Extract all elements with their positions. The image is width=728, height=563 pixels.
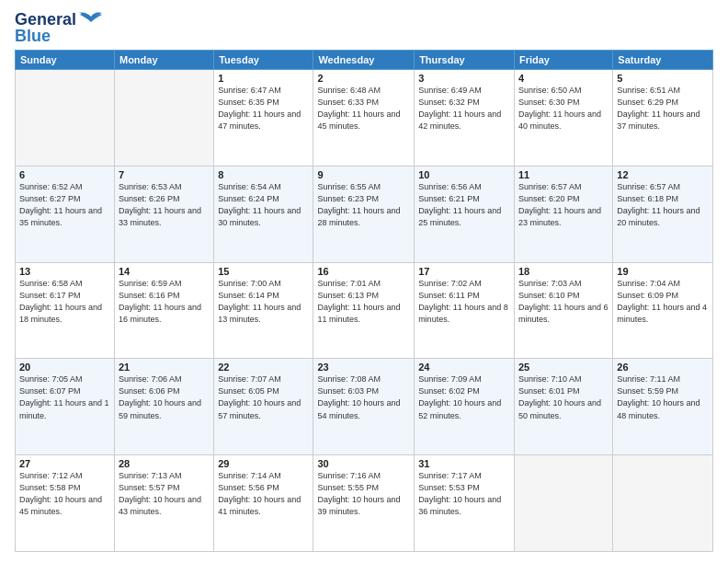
logo-general: General [15,10,76,29]
calendar-cell: 25Sunrise: 7:10 AM Sunset: 6:01 PM Dayli… [514,359,612,455]
calendar-cell: 28Sunrise: 7:13 AM Sunset: 5:57 PM Dayli… [114,455,213,552]
day-info: Sunrise: 7:05 AM Sunset: 6:07 PM Dayligh… [19,373,110,421]
calendar-cell: 26Sunrise: 7:11 AM Sunset: 5:59 PM Dayli… [613,359,713,455]
logo-blue: Blue [15,27,51,45]
day-number: 13 [19,266,110,277]
col-header-thursday: Thursday [415,51,515,70]
day-number: 24 [418,362,510,373]
day-info: Sunrise: 6:51 AM Sunset: 6:29 PM Dayligh… [617,85,709,132]
day-number: 30 [317,458,410,469]
calendar-table: SundayMondayTuesdayWednesdayThursdayFrid… [15,50,713,552]
calendar-cell: 31Sunrise: 7:17 AM Sunset: 5:53 PM Dayli… [415,455,515,552]
day-number: 8 [218,169,309,180]
day-info: Sunrise: 6:57 AM Sunset: 6:20 PM Dayligh… [518,181,609,229]
day-info: Sunrise: 7:01 AM Sunset: 6:13 PM Dayligh… [317,278,410,326]
logo-bird-icon [78,9,104,29]
day-number: 6 [19,169,110,180]
calendar-cell: 16Sunrise: 7:01 AM Sunset: 6:13 PM Dayli… [313,262,415,359]
col-header-sunday: Sunday [16,51,115,70]
day-info: Sunrise: 6:55 AM Sunset: 6:23 PM Dayligh… [317,181,410,229]
calendar-cell: 5Sunrise: 6:51 AM Sunset: 6:29 PM Daylig… [613,70,713,167]
calendar-week-row: 6Sunrise: 6:52 AM Sunset: 6:27 PM Daylig… [16,166,713,262]
day-info: Sunrise: 6:58 AM Sunset: 6:17 PM Dayligh… [19,278,110,326]
day-info: Sunrise: 6:54 AM Sunset: 6:24 PM Dayligh… [218,181,309,229]
calendar-cell: 18Sunrise: 7:03 AM Sunset: 6:10 PM Dayli… [514,262,612,359]
col-header-tuesday: Tuesday [214,51,313,70]
calendar-cell: 27Sunrise: 7:12 AM Sunset: 5:58 PM Dayli… [16,455,115,552]
day-number: 16 [317,266,410,277]
calendar-cell: 8Sunrise: 6:54 AM Sunset: 6:24 PM Daylig… [214,166,313,262]
day-info: Sunrise: 7:16 AM Sunset: 5:55 PM Dayligh… [317,470,410,518]
calendar-cell [16,70,115,167]
calendar-cell: 9Sunrise: 6:55 AM Sunset: 6:23 PM Daylig… [313,166,415,262]
calendar-cell: 30Sunrise: 7:16 AM Sunset: 5:55 PM Dayli… [313,455,415,552]
day-number: 22 [218,362,309,373]
day-info: Sunrise: 7:11 AM Sunset: 5:59 PM Dayligh… [617,373,709,421]
day-info: Sunrise: 7:10 AM Sunset: 6:01 PM Dayligh… [518,373,609,421]
day-info: Sunrise: 6:47 AM Sunset: 6:35 PM Dayligh… [218,85,309,132]
calendar-cell [514,455,612,552]
day-info: Sunrise: 7:14 AM Sunset: 5:56 PM Dayligh… [218,470,309,518]
calendar-cell: 22Sunrise: 7:07 AM Sunset: 6:05 PM Dayli… [214,359,313,455]
day-info: Sunrise: 6:59 AM Sunset: 6:16 PM Dayligh… [119,278,210,326]
calendar-cell: 29Sunrise: 7:14 AM Sunset: 5:56 PM Dayli… [214,455,313,552]
logo: General Blue [15,11,104,44]
day-number: 1 [218,73,309,84]
col-header-monday: Monday [114,51,213,70]
logo-text: General Blue [15,11,76,44]
day-number: 11 [518,169,609,180]
day-info: Sunrise: 7:06 AM Sunset: 6:06 PM Dayligh… [119,373,210,421]
day-number: 17 [418,266,510,277]
day-number: 26 [617,362,709,373]
calendar-cell: 11Sunrise: 6:57 AM Sunset: 6:20 PM Dayli… [514,166,612,262]
day-number: 20 [19,362,110,373]
day-info: Sunrise: 7:00 AM Sunset: 6:14 PM Dayligh… [218,278,309,326]
header: General Blue [15,11,713,44]
day-number: 7 [119,169,210,180]
day-info: Sunrise: 7:03 AM Sunset: 6:10 PM Dayligh… [518,278,609,326]
day-number: 19 [617,266,709,277]
day-number: 2 [317,73,410,84]
day-number: 9 [317,169,410,180]
col-header-friday: Friday [514,51,612,70]
calendar-cell: 10Sunrise: 6:56 AM Sunset: 6:21 PM Dayli… [415,166,515,262]
calendar-cell: 1Sunrise: 6:47 AM Sunset: 6:35 PM Daylig… [214,70,313,167]
calendar-cell: 4Sunrise: 6:50 AM Sunset: 6:30 PM Daylig… [514,70,612,167]
day-number: 29 [218,458,309,469]
day-info: Sunrise: 7:04 AM Sunset: 6:09 PM Dayligh… [617,278,709,326]
day-info: Sunrise: 6:57 AM Sunset: 6:18 PM Dayligh… [617,181,709,229]
day-number: 12 [617,169,709,180]
col-header-wednesday: Wednesday [313,51,415,70]
day-number: 4 [518,73,609,84]
calendar-cell: 12Sunrise: 6:57 AM Sunset: 6:18 PM Dayli… [613,166,713,262]
day-info: Sunrise: 6:52 AM Sunset: 6:27 PM Dayligh… [19,181,110,229]
calendar-week-row: 13Sunrise: 6:58 AM Sunset: 6:17 PM Dayli… [16,262,713,359]
calendar-cell: 21Sunrise: 7:06 AM Sunset: 6:06 PM Dayli… [114,359,213,455]
day-number: 27 [19,458,110,469]
calendar-cell: 17Sunrise: 7:02 AM Sunset: 6:11 PM Dayli… [415,262,515,359]
day-number: 10 [418,169,510,180]
calendar-cell: 20Sunrise: 7:05 AM Sunset: 6:07 PM Dayli… [16,359,115,455]
calendar-cell: 23Sunrise: 7:08 AM Sunset: 6:03 PM Dayli… [313,359,415,455]
calendar-week-row: 27Sunrise: 7:12 AM Sunset: 5:58 PM Dayli… [16,455,713,552]
day-number: 15 [218,266,309,277]
day-number: 18 [518,266,609,277]
day-number: 28 [119,458,210,469]
day-number: 21 [119,362,210,373]
day-info: Sunrise: 7:13 AM Sunset: 5:57 PM Dayligh… [119,470,210,518]
calendar-cell: 6Sunrise: 6:52 AM Sunset: 6:27 PM Daylig… [16,166,115,262]
day-number: 5 [617,73,709,84]
calendar-cell: 14Sunrise: 6:59 AM Sunset: 6:16 PM Dayli… [114,262,213,359]
day-info: Sunrise: 7:09 AM Sunset: 6:02 PM Dayligh… [418,373,510,421]
day-info: Sunrise: 7:08 AM Sunset: 6:03 PM Dayligh… [317,373,410,421]
calendar-week-row: 20Sunrise: 7:05 AM Sunset: 6:07 PM Dayli… [16,359,713,455]
calendar-cell: 24Sunrise: 7:09 AM Sunset: 6:02 PM Dayli… [415,359,515,455]
calendar-cell [613,455,713,552]
day-info: Sunrise: 6:53 AM Sunset: 6:26 PM Dayligh… [119,181,210,229]
day-info: Sunrise: 7:02 AM Sunset: 6:11 PM Dayligh… [418,278,510,326]
day-info: Sunrise: 7:17 AM Sunset: 5:53 PM Dayligh… [418,470,510,518]
calendar-header-row: SundayMondayTuesdayWednesdayThursdayFrid… [16,51,713,70]
calendar-cell: 3Sunrise: 6:49 AM Sunset: 6:32 PM Daylig… [415,70,515,167]
day-number: 3 [418,73,510,84]
day-number: 31 [418,458,510,469]
